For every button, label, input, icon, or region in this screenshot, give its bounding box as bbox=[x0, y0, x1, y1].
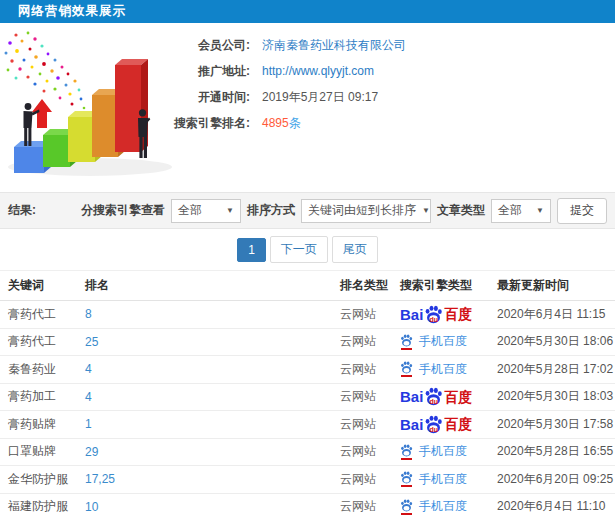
mobile-baidu-paw-icon bbox=[400, 334, 414, 350]
table-row: 膏药代工8云网站Baidu百度2020年6月4日 11:15 bbox=[0, 301, 615, 329]
article-type-select[interactable]: 全部 ▼ bbox=[491, 199, 551, 223]
engine-rank-row: 搜索引擎排名:4895条 bbox=[150, 115, 406, 131]
mobile-baidu-paw-icon bbox=[400, 444, 414, 460]
table-body: 膏药代工8云网站Baidu百度2020年6月4日 11:15膏药代工25云网站手… bbox=[0, 301, 615, 520]
rank-cell: 25 bbox=[85, 335, 340, 349]
keyword-cell: 膏药贴牌 bbox=[0, 416, 85, 433]
baidu-bai-text: Bai bbox=[400, 417, 423, 432]
rank-type-cell: 云网站 bbox=[340, 361, 400, 378]
baidu-bai-text: Bai bbox=[400, 307, 423, 322]
chevron-down-icon: ▼ bbox=[226, 206, 234, 215]
page-1-button[interactable]: 1 bbox=[237, 238, 266, 262]
keyword-cell: 膏药加工 bbox=[0, 388, 85, 405]
baidu-paw-icon: du bbox=[424, 305, 443, 324]
mobile-baidu-underline bbox=[401, 348, 412, 350]
baidu-cn-text: 百度 bbox=[444, 417, 472, 431]
rank-link[interactable]: 4 bbox=[85, 390, 92, 404]
updated-cell: 2020年5月30日 18:06 bbox=[497, 333, 615, 350]
submit-button[interactable]: 提交 bbox=[557, 198, 607, 224]
mobile-baidu-text: 手机百度 bbox=[419, 333, 467, 350]
column-header: 排名 bbox=[85, 277, 340, 294]
rank-link[interactable]: 25 bbox=[85, 335, 98, 349]
chevron-down-icon: ▼ bbox=[422, 206, 430, 215]
rank-link[interactable]: 4 bbox=[85, 362, 92, 376]
info-section: 会员公司:济南秦鲁药业科技有限公司推广地址:http://www.qlyyjt.… bbox=[0, 23, 615, 192]
rank-type-cell: 云网站 bbox=[340, 388, 400, 405]
column-header: 搜索引擎类型 bbox=[400, 277, 497, 294]
updated-cell: 2020年6月20日 09:25 bbox=[497, 471, 615, 488]
engine-filter-value: 全部 bbox=[178, 202, 202, 219]
page-title: 网络营销效果展示 bbox=[18, 4, 126, 18]
title-bar: 网络营销效果展示 bbox=[0, 0, 615, 23]
keyword-cell: 膏药代工 bbox=[0, 306, 85, 323]
column-header: 最新更新时间 bbox=[497, 277, 615, 294]
info-rows: 会员公司:济南秦鲁药业科技有限公司推广地址:http://www.qlyyjt.… bbox=[150, 37, 406, 141]
keywords-table: 关键词排名排名类型搜索引擎类型最新更新时间 膏药代工8云网站Baidu百度202… bbox=[0, 270, 615, 520]
baidu-paw-icon: du bbox=[424, 387, 443, 406]
rank-type-cell: 云网站 bbox=[340, 443, 400, 460]
baidu-logo: Baidu百度 bbox=[400, 305, 472, 324]
rank-type-cell: 云网站 bbox=[340, 333, 400, 350]
mobile-baidu-paw-icon bbox=[400, 499, 414, 515]
filter-controls: 分搜索引擎查看 全部 ▼ 排序方式 关键词由短到长排序 ▼ 文章类型 全部 ▼ … bbox=[81, 198, 607, 224]
sort-select[interactable]: 关键词由短到长排序 ▼ bbox=[301, 199, 431, 223]
baidu-paw-icon bbox=[400, 361, 413, 374]
baidu-paw-icon bbox=[400, 499, 413, 512]
baidu-logo: Baidu百度 bbox=[400, 415, 472, 434]
engine-filter-label: 分搜索引擎查看 bbox=[81, 202, 165, 219]
mobile-baidu-text: 手机百度 bbox=[419, 361, 467, 378]
mobile-baidu-logo: 手机百度 bbox=[400, 443, 467, 460]
rank-link[interactable]: 8 bbox=[85, 307, 92, 321]
table-row: 金华防护服17,25云网站手机百度2020年6月20日 09:25 bbox=[0, 466, 615, 494]
mobile-baidu-underline bbox=[401, 485, 412, 487]
rank-cell: 17,25 bbox=[85, 472, 340, 486]
member-company-value[interactable]: 济南秦鲁药业科技有限公司 bbox=[262, 37, 406, 54]
engine-cell: 手机百度 bbox=[400, 471, 497, 488]
updated-cell: 2020年6月4日 11:10 bbox=[497, 498, 615, 515]
mobile-baidu-underline bbox=[401, 513, 412, 515]
engine-filter-select[interactable]: 全部 ▼ bbox=[171, 199, 241, 223]
open-time-value: 2019年5月27日 09:17 bbox=[262, 89, 378, 106]
mobile-baidu-logo: 手机百度 bbox=[400, 498, 467, 515]
rank-link[interactable]: 17,25 bbox=[85, 472, 115, 486]
chevron-down-icon: ▼ bbox=[536, 206, 544, 215]
keyword-cell: 口罩贴牌 bbox=[0, 443, 85, 460]
updated-cell: 2020年5月30日 17:58 bbox=[497, 416, 615, 433]
rank-cell: 4 bbox=[85, 362, 340, 376]
promo-url-value[interactable]: http://www.qlyyjt.com bbox=[262, 64, 374, 78]
confetti-dots bbox=[5, 32, 89, 118]
mobile-baidu-paw-icon bbox=[400, 471, 414, 487]
open-time-label: 开通时间: bbox=[150, 89, 250, 106]
article-type-value: 全部 bbox=[498, 202, 522, 219]
baidu-logo: Baidu百度 bbox=[400, 387, 472, 406]
engine-cell: 手机百度 bbox=[400, 361, 497, 378]
rank-type-cell: 云网站 bbox=[340, 471, 400, 488]
mobile-baidu-text: 手机百度 bbox=[419, 443, 467, 460]
baidu-cn-text: 百度 bbox=[444, 390, 472, 404]
next-page-button[interactable]: 下一页 bbox=[270, 236, 328, 263]
mobile-baidu-logo: 手机百度 bbox=[400, 471, 467, 488]
promo-url-row: 推广地址:http://www.qlyyjt.com bbox=[150, 63, 406, 79]
rank-cell: 8 bbox=[85, 307, 340, 321]
rank-link[interactable]: 29 bbox=[85, 445, 98, 459]
bars bbox=[14, 59, 148, 173]
engine-cell: Baidu百度 bbox=[400, 387, 497, 406]
baidu-du-text: du bbox=[430, 398, 439, 405]
engine-cell: 手机百度 bbox=[400, 443, 497, 460]
rank-cell: 29 bbox=[85, 445, 340, 459]
engine-cell: Baidu百度 bbox=[400, 415, 497, 434]
keyword-cell: 膏药代工 bbox=[0, 333, 85, 350]
rank-link[interactable]: 1 bbox=[85, 417, 92, 431]
last-page-button[interactable]: 尾页 bbox=[332, 236, 378, 263]
rank-cell: 4 bbox=[85, 390, 340, 404]
table-row: 膏药加工4云网站Baidu百度2020年5月30日 18:03 bbox=[0, 384, 615, 412]
baidu-paw-icon: du bbox=[424, 415, 443, 434]
table-row: 膏药贴牌1云网站Baidu百度2020年5月30日 17:58 bbox=[0, 411, 615, 439]
rank-link[interactable]: 10 bbox=[85, 500, 98, 514]
updated-cell: 2020年5月30日 18:03 bbox=[497, 388, 615, 405]
rank-cell: 1 bbox=[85, 417, 340, 431]
baidu-du-text: du bbox=[430, 316, 439, 323]
rank-type-cell: 云网站 bbox=[340, 306, 400, 323]
keyword-cell: 金华防护服 bbox=[0, 471, 85, 488]
engine-cell: 手机百度 bbox=[400, 498, 497, 515]
